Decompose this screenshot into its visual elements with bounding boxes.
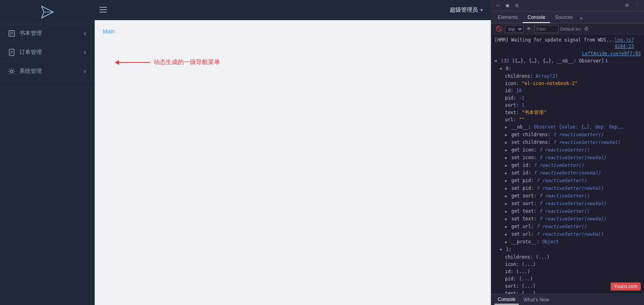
paper-plane-icon [40, 5, 55, 19]
tab-elements[interactable]: Elements [493, 12, 523, 23]
expand-icon[interactable]: ▶ [505, 231, 507, 238]
bottom-tab-whats-new[interactable]: What's New [520, 295, 553, 304]
console-line: ▶ set childrens: f reactiveSetter(newVal… [491, 139, 644, 146]
system-mgmt-label: 系统管理 [19, 68, 83, 75]
console-line: pid: -1 [491, 94, 644, 102]
expand-icon[interactable]: ▶ [505, 124, 507, 131]
expand-icon[interactable]: ▶ [505, 208, 507, 215]
console-line: ▶ set id: f reactiveSetter(newVal) [491, 169, 644, 177]
arrow-line [118, 62, 150, 63]
expand-icon[interactable]: ▶ [505, 147, 507, 154]
order-mgmt-chevron: ∨ [83, 50, 87, 55]
console-line: id: 10 [491, 87, 644, 94]
console-line: ▶ __ob__: Observer {value: {…}, dep: Dep… [491, 123, 644, 131]
console-line: ▶ get text: f reactiveGetter() [491, 207, 644, 215]
tab-sources[interactable]: Sources [550, 12, 578, 23]
expand-icon[interactable]: ▶ [505, 223, 507, 230]
devtools-top-bar: ⇦ ▣ ⊟ ⚙ ⋮ [491, 0, 644, 11]
console-line: ▼ 1: [491, 246, 644, 253]
tab-console[interactable]: Console [523, 12, 550, 23]
expand-icon[interactable]: ▶ [505, 193, 507, 199]
tab-more[interactable]: » [578, 13, 585, 23]
context-select[interactable]: top [505, 25, 524, 33]
eye-icon[interactable]: 👁 [525, 25, 533, 33]
main-header: 超级管理员 ▾ [95, 0, 491, 20]
devtools-panel: ⇦ ▣ ⊟ ⚙ ⋮ Elements Console Sources » 🚫 t… [491, 0, 644, 305]
main-area: 超级管理员 ▾ Main 动态生成的一级导航菜单 [95, 0, 491, 305]
console-line: icon: "el-icon-notebook-2" [491, 80, 644, 87]
order-icon [8, 49, 15, 56]
sidebar-item-system-mgmt[interactable]: 系统管理 ∨ [0, 62, 95, 81]
settings-icon[interactable]: ⚙ [583, 25, 590, 33]
console-line: text: "书本管理" [491, 109, 644, 116]
order-mgmt-label: 订单管理 [19, 49, 83, 56]
sidebar-menu: 书本管理 ∨ 订单管理 ∨ 系统管理 ∨ [0, 24, 95, 305]
bottom-tab-console[interactable]: Console [494, 295, 519, 305]
expand-icon[interactable]: ▶ [505, 170, 507, 176]
svg-point-10 [10, 70, 13, 73]
book-mgmt-label: 书本管理 [19, 30, 83, 37]
console-line: icon: (...) [491, 261, 644, 268]
console-line: url: "" [491, 116, 644, 123]
main-content: Main 动态生成的一级导航菜单 [95, 20, 491, 305]
console-line: ▶ get id: f reactiveGetter() [491, 162, 644, 169]
sidebar-item-order-mgmt[interactable]: 订单管理 ∨ [0, 43, 95, 62]
console-line: ▶ set text: f reactiveSetter(newVal) [491, 215, 644, 223]
gear-icon [8, 68, 15, 75]
expand-icon[interactable]: ▶ [505, 177, 507, 184]
console-line: ▼ 0: [491, 65, 644, 73]
user-chevron-icon: ▾ [480, 7, 483, 13]
expand-icon[interactable]: ▶ [505, 216, 507, 222]
console-line: ▶ get icon: f reactiveGetter() [491, 146, 644, 154]
console-line: ▶ get sort: f reactiveGetter() [491, 192, 644, 200]
user-info[interactable]: 超级管理员 ▾ [450, 6, 483, 14]
devtools-ctrl-more[interactable]: ⋮ [633, 2, 641, 9]
breadcrumb: Main [103, 28, 483, 35]
devtools-ctrl-side[interactable]: ▣ [504, 2, 511, 9]
expand-icon[interactable]: ▶ [505, 139, 507, 146]
devtools-ctrl-undock[interactable]: ⇦ [494, 2, 501, 9]
console-line: LeftAside.vue?e9f7:83 [491, 50, 644, 57]
header-toggle-button[interactable] [99, 6, 108, 15]
watermark: Yuucn.com [611, 282, 641, 290]
console-link[interactable]: LeftAside.vue?e9f7:83 [582, 50, 641, 57]
filter-input[interactable] [534, 25, 559, 33]
console-line: ▶ set sort: f reactiveSetter(newVal) [491, 200, 644, 207]
username-label: 超级管理员 [450, 6, 478, 14]
expand-icon[interactable]: ▶ [505, 162, 507, 169]
sidebar-item-book-mgmt[interactable]: 书本管理 ∨ [0, 24, 95, 43]
sidebar: 书本管理 ∨ 订单管理 ∨ 系统管理 ∨ [0, 0, 95, 305]
sidebar-logo [0, 0, 95, 24]
devtools-console: [HMR] Waiting for update signal from WDS… [491, 35, 644, 294]
devtools-tabs: Elements Console Sources » [491, 11, 644, 23]
default-level-label: Default lev [560, 27, 581, 31]
console-line: [HMR] Waiting for update signal from WDS… [491, 36, 644, 50]
console-line: pid: (...) [491, 275, 644, 282]
expand-icon[interactable]: ▼ [492, 60, 499, 62]
expand-icon[interactable]: ▶ [505, 154, 507, 161]
expand-icon[interactable]: ▶ [505, 185, 507, 192]
console-line: sort: 1 [491, 102, 644, 109]
expand-icon[interactable]: ▼ [497, 67, 504, 70]
system-mgmt-chevron: ∨ [83, 68, 87, 74]
console-line: ▶ set pid: f reactiveSetter(newVal) [491, 185, 644, 192]
console-link[interactable]: log.js?4244:23 [615, 37, 641, 50]
devtools-ctrl-settings[interactable]: ⚙ [623, 2, 631, 9]
annotation-arrow: 动态生成的一级导航菜单 [115, 58, 220, 66]
book-mgmt-chevron: ∨ [83, 31, 87, 36]
console-line: ▶ set icon: f reactiveSetter(newVal) [491, 154, 644, 162]
console-line: ▶ __proto__: Object [491, 238, 644, 246]
expand-icon[interactable]: ▼ [497, 248, 504, 251]
expand-icon[interactable]: ▶ [505, 239, 507, 245]
console-line: ▶ get url: f reactiveGetter() [491, 223, 644, 230]
book-icon [8, 30, 15, 37]
expand-icon[interactable]: ▶ [505, 131, 507, 138]
console-line: ▶ set url: f reactiveSetter(newVal) [491, 230, 644, 238]
annotation-text: 动态生成的一级导航菜单 [154, 58, 220, 66]
console-line: childrens: Array(2) [491, 73, 644, 80]
devtools-ctrl-bottom[interactable]: ⊟ [513, 2, 520, 9]
console-line: ▶ get pid: f reactiveGetter() [491, 177, 644, 185]
expand-icon[interactable]: ▶ [505, 200, 507, 207]
devtools-toolbar: 🚫 top 👁 Default lev ⚙ [491, 23, 644, 35]
ban-icon[interactable]: 🚫 [494, 25, 503, 33]
